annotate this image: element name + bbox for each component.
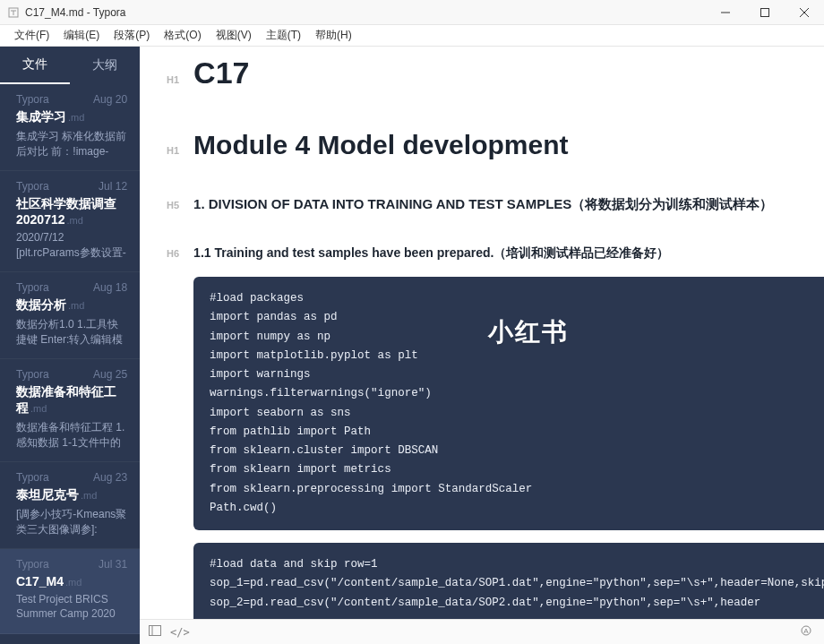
heading-module4[interactable]: Module 4 Model development [193, 130, 568, 160]
file-name: 社区科学数据调查2020712.md [16, 196, 127, 227]
tab-outline[interactable]: 大纲 [70, 47, 140, 84]
editor: H1 C17 H1 Module 4 Model development H5 … [140, 47, 824, 644]
close-button[interactable] [785, 0, 824, 25]
menu-format[interactable]: 格式(O) [157, 26, 208, 45]
minimize-button[interactable] [706, 0, 745, 25]
file-item[interactable]: TyporaAug 01C17_M5.md\ Test Project\ \ B… [0, 634, 140, 644]
file-item[interactable]: TyporaJul 12社区科学数据调查2020712.md2020/7/12 … [0, 171, 140, 272]
file-app: Typora [16, 368, 49, 381]
svg-rect-5 [150, 626, 161, 636]
code-block-1[interactable]: #load packages import pandas as pd impor… [193, 277, 824, 530]
tab-files[interactable]: 文件 [0, 47, 70, 84]
file-app: Typora [16, 558, 49, 571]
menubar: 文件(F) 编辑(E) 段落(P) 格式(O) 视图(V) 主题(T) 帮助(H… [0, 25, 824, 47]
file-preview: Test Project BRICS Summer Camp 2020 Mach… [16, 592, 127, 623]
file-name: 泰坦尼克号.md [16, 487, 127, 503]
file-date: Jul 31 [99, 558, 127, 571]
sidebar-tabs: 文件 大纲 [0, 47, 140, 84]
menu-theme[interactable]: 主题(T) [259, 26, 308, 45]
app-icon [7, 6, 20, 19]
file-app: Typora [16, 93, 49, 106]
sidebar-toggle-icon[interactable] [149, 625, 161, 639]
heading-division[interactable]: 1. DIVISION OF DATA INTO TRAINING AND TE… [193, 192, 824, 218]
window-title: C17_M4.md - Typora [25, 6, 706, 19]
file-name: 数据准备和特征工程.md [16, 384, 127, 416]
maximize-button[interactable] [745, 0, 785, 25]
file-preview: 数据准备和特征工程 1.感知数据 1-1文件中的数据 1.1.1CSV文件 py… [16, 420, 127, 451]
menu-help[interactable]: 帮助(H) [308, 26, 359, 45]
file-item[interactable]: TyporaJul 31C17_M4.mdTest Project BRICS … [0, 549, 140, 634]
file-date: Aug 20 [93, 93, 127, 106]
file-item[interactable]: TyporaAug 20集成学习.md集成学习 标准化数据前后对比 前：!ima… [0, 84, 140, 171]
file-name: 集成学习.md [16, 109, 127, 125]
file-date: Jul 12 [99, 180, 127, 193]
titlebar: C17_M4.md - Typora [0, 0, 824, 25]
svg-rect-2 [761, 8, 769, 16]
file-app: Typora [16, 180, 49, 193]
file-name: C17_M4.md [16, 574, 127, 588]
heading-label-h1: H1 [167, 74, 190, 85]
file-date: Aug 25 [93, 368, 127, 381]
source-code-icon[interactable]: </> [170, 626, 190, 639]
file-preview: 集成学习 标准化数据前后对比 前：!image-2020082014050043… [16, 129, 127, 159]
heading-c17[interactable]: C17 [193, 56, 249, 90]
menu-file[interactable]: 文件(F) [7, 26, 56, 45]
file-preview: 数据分析1.0 1.工具快捷键 Enter:转入编辑模式 Ctrl +Enter… [16, 317, 127, 348]
file-item[interactable]: TyporaAug 18数据分析.md数据分析1.0 1.工具快捷键 Enter… [0, 272, 140, 359]
heading-label-h5: H5 [167, 200, 190, 210]
sidebar: 文件 大纲 TyporaAug 20集成学习.md集成学习 标准化数据前后对比 … [0, 47, 140, 644]
code-block-2[interactable]: #load data and skip row=1 sop_1=pd.read_… [193, 543, 824, 619]
file-list[interactable]: TyporaAug 20集成学习.md集成学习 标准化数据前后对比 前：!ima… [0, 84, 140, 644]
main: 文件 大纲 TyporaAug 20集成学习.md集成学习 标准化数据前后对比 … [0, 47, 824, 644]
file-preview: 2020/7/12 [plt.rcParams参数设置---简介]: https… [16, 230, 127, 261]
file-date: Aug 18 [93, 281, 127, 294]
file-preview: [调参小技巧-Kmeans聚类三大图像调参]: [16, 507, 127, 537]
editor-content[interactable]: H1 C17 H1 Module 4 Model development H5 … [140, 47, 824, 619]
window-buttons [706, 0, 824, 25]
heading-label-h6: H6 [167, 248, 190, 259]
file-item[interactable]: TyporaAug 23泰坦尼克号.md[调参小技巧-Kmeans聚类三大图像调… [0, 462, 140, 549]
file-item[interactable]: TyporaAug 25数据准备和特征工程.md数据准备和特征工程 1.感知数据… [0, 359, 140, 462]
menu-edit[interactable]: 编辑(E) [56, 26, 107, 45]
file-date: Aug 23 [93, 471, 127, 484]
statusbar: </> A EN-US 1460 词 [140, 619, 824, 644]
menu-view[interactable]: 视图(V) [209, 26, 259, 45]
file-app: Typora [16, 471, 49, 484]
heading-training[interactable]: 1.1 Training and test samples have been … [193, 241, 824, 265]
spellcheck-icon[interactable]: A [800, 625, 812, 639]
heading-label-h1: H1 [167, 145, 190, 156]
file-app: Typora [16, 281, 49, 294]
menu-paragraph[interactable]: 段落(P) [107, 26, 157, 45]
svg-text:A: A [804, 627, 810, 635]
file-name: 数据分析.md [16, 297, 127, 313]
